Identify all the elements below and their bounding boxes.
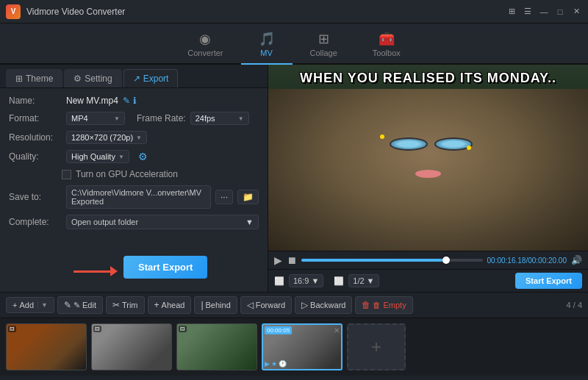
format-select[interactable]: MP4 ▼ [66, 112, 125, 125]
empty-button[interactable]: 🗑 🗑 Empty [355, 296, 412, 314]
thumbnail-1[interactable]: 🖼 [6, 323, 87, 370]
thumb-4-clock-icon: 🕐 [279, 360, 287, 368]
format-value: MP4 [71, 114, 88, 123]
sub-tab-theme[interactable]: ⊞ Theme [6, 69, 62, 87]
fps-dropdown-arrow: ▼ [238, 115, 244, 122]
edit-icon: ✎ [64, 300, 71, 310]
thumb-4-bottom-icons: ▶ ★ 🕐 [265, 360, 287, 368]
maximize-button[interactable]: □ [554, 6, 566, 18]
complete-select[interactable]: Open output folder ▼ [66, 215, 259, 229]
name-value: New MV.mp4 [66, 96, 118, 106]
tab-toolbox[interactable]: 🧰 Toolbox [355, 26, 418, 65]
resolution-row: Resolution: 1280×720 (720p) ▼ [9, 131, 259, 144]
backward-button[interactable]: ▷ Backward [295, 296, 352, 314]
ratio-select[interactable]: 16:9 ▼ [289, 274, 323, 287]
add-thumbnail-button[interactable]: + [347, 323, 406, 370]
stop-button[interactable]: ⏹ [287, 254, 297, 266]
page-value: 1/2 [353, 276, 364, 285]
behind-button[interactable]: | Behind [194, 296, 237, 314]
backward-icon: ▷ [301, 300, 308, 310]
dot-yellow-2 [467, 146, 471, 150]
sub-tab-setting[interactable]: ⚙ Setting [64, 69, 121, 87]
start-export-right-button[interactable]: Start Export [515, 273, 582, 289]
setting-gear-icon: ⚙ [74, 74, 82, 84]
thumbnail-4[interactable]: 00:00:05 ✕ ▶ ★ 🕐 [262, 323, 343, 370]
thumbnail-2[interactable]: 🖼 [91, 323, 172, 370]
add-label: Add [19, 301, 34, 309]
toolbox-icon: 🧰 [379, 31, 395, 47]
quality-gear-icon[interactable]: ⚙ [138, 151, 148, 162]
thumbnail-3[interactable]: 🖼 [176, 323, 257, 370]
resolution-value: 1280×720 (720p) [71, 133, 133, 142]
ahead-icon: + [154, 300, 159, 310]
save-dots-button[interactable]: ··· [215, 190, 233, 204]
thumb-4-close-icon[interactable]: ✕ [334, 326, 340, 334]
tab-mv-label: MV [260, 49, 273, 57]
export-arrow-section: Start Export [29, 251, 268, 282]
cat-meme: WHEN YOU REALISED ITS MONDAY.. [268, 65, 588, 251]
edit-name-icon[interactable]: ✎ [123, 96, 130, 106]
play-button[interactable]: ▶ [274, 254, 282, 266]
thumb-4-star-icon: ★ [271, 360, 277, 368]
name-row: Name: New MV.mp4 ✎ ℹ [9, 96, 259, 106]
thumb-4-badge: 00:00:05 [265, 326, 292, 334]
thumb-1-icons: 🖼 [8, 326, 16, 332]
thumb-4-play-icon: ▶ [265, 360, 270, 368]
quality-dropdown-arrow: ▼ [118, 154, 124, 160]
ratio-dropdown-arrow: ▼ [311, 276, 319, 285]
converter-icon: ◉ [199, 31, 211, 47]
trash-icon: 🗑 [362, 300, 370, 310]
thumb-3-image-icon: 🖼 [179, 326, 187, 332]
frame-rate-section: Frame Rate: 24fps ▼ [137, 112, 249, 125]
quality-select[interactable]: High Quality ▼ [66, 150, 129, 163]
info-icon[interactable]: ℹ [133, 96, 137, 106]
tab-mv[interactable]: 🎵 MV [241, 26, 293, 65]
controls-row2: ⬜ 16:9 ▼ ⬜ 1/2 ▼ Start Export [268, 269, 588, 292]
resolution-icon: ⬜ [274, 276, 284, 286]
format-dropdown-arrow: ▼ [114, 115, 120, 122]
res-dropdown-arrow: ▼ [136, 135, 142, 141]
close-button[interactable]: ✕ [570, 6, 582, 18]
sub-tab-export-label: Export [143, 74, 169, 84]
name-icons: ✎ ℹ [123, 96, 137, 106]
ahead-button[interactable]: + Ahead [148, 296, 192, 314]
tab-converter[interactable]: ◉ Converter [170, 26, 240, 65]
sub-tab-export[interactable]: ↗ Export [123, 69, 179, 87]
cat-left-eye [390, 137, 428, 151]
start-export-left-button[interactable]: Start Export [123, 256, 207, 279]
tab-collage-label: Collage [310, 49, 337, 57]
progress-bar[interactable] [301, 259, 483, 262]
add-button[interactable]: + Add ▼ [6, 297, 54, 313]
gpu-checkbox[interactable] [62, 170, 71, 179]
trim-icon: ✂ [112, 300, 120, 310]
forward-button[interactable]: ◁ Forward [240, 296, 292, 314]
edit-button[interactable]: ✎ ✎ Edit [57, 296, 103, 314]
add-dropdown-arrow[interactable]: ▼ [37, 301, 48, 309]
dot-yellow-1 [380, 135, 384, 139]
left-panel: ⊞ Theme ⚙ Setting ↗ Export Name: New MV.… [0, 65, 268, 292]
progress-fill [301, 259, 446, 262]
volume-icon[interactable]: 🔊 [571, 255, 582, 265]
minimize-button[interactable]: — [538, 6, 550, 18]
nav-tabs: ◉ Converter 🎵 MV ⊞ Collage 🧰 Toolbox [0, 24, 588, 65]
add-plus-icon: + [12, 301, 17, 309]
cat-face-area [268, 89, 588, 251]
hamburger-icon[interactable]: ☰ [522, 6, 534, 18]
resolution-select[interactable]: 1280×720 (720p) ▼ [66, 131, 147, 144]
backward-label: Backward [310, 301, 345, 309]
gpu-label: Turn on GPU Acceleration [76, 169, 178, 179]
bottom-toolbar: + Add ▼ ✎ ✎ Edit ✂ Trim + Ahead | Behind… [0, 292, 588, 318]
page-select[interactable]: 1/2 ▼ [348, 274, 379, 287]
video-preview: WHEN YOU REALISED ITS MONDAY.. [268, 65, 588, 251]
app-title: Vidmore Video Converter [26, 7, 506, 17]
save-path: C:\Vidmore\Vidmore V...onverter\MV Expor… [66, 185, 211, 209]
cat-nose [415, 170, 441, 178]
right-panel: WHEN YOU REALISED ITS MONDAY.. [268, 65, 588, 292]
resolution-label: Resolution: [9, 132, 62, 143]
grid-icon[interactable]: ⊞ [506, 6, 517, 18]
frame-rate-select[interactable]: 24fps ▼ [190, 112, 249, 125]
trim-button[interactable]: ✂ Trim [106, 296, 145, 314]
tab-collage[interactable]: ⊞ Collage [293, 26, 355, 65]
folder-button[interactable]: 📁 [237, 190, 259, 204]
frame-rate-value: 24fps [196, 114, 215, 123]
